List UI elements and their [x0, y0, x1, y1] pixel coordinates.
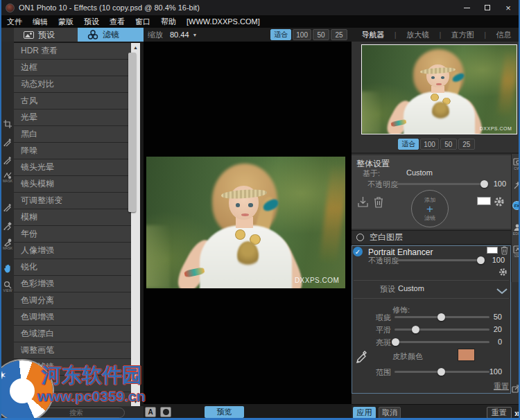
filter-item[interactable]: 模糊: [14, 209, 131, 225]
expand-panel-chevron[interactable]: »: [514, 407, 520, 419]
range-slider[interactable]: [395, 371, 489, 373]
navigator-preview[interactable]: DXXPS.COM: [361, 44, 517, 134]
filter-item[interactable]: [14, 376, 131, 392]
module-resize[interactable]: IZE: [512, 245, 520, 258]
chevron-down-icon[interactable]: ▼: [193, 33, 198, 37]
scroll-down-icon[interactable]: ▼: [131, 397, 140, 406]
minimize-button[interactable]: [456, 0, 477, 15]
maximize-button[interactable]: [477, 0, 498, 15]
hand-tool[interactable]: [1, 261, 14, 276]
right-tab-2[interactable]: 放大镜: [406, 30, 429, 40]
canvas-area[interactable]: DXXPS.COM: [144, 42, 352, 404]
preview-button[interactable]: 预览: [205, 406, 244, 418]
menu-item[interactable]: 预设: [84, 17, 99, 27]
zoom-button-50[interactable]: 50: [440, 139, 457, 150]
adjustment-brush-tool[interactable]: [1, 134, 14, 150]
filter-item[interactable]: 镜头光晕: [14, 159, 131, 175]
right-tab-3[interactable]: 直方图: [451, 30, 474, 40]
layer-mask-thumbnail[interactable]: [487, 247, 498, 254]
menu-item[interactable]: [WWW.DXXPS.COM]: [187, 17, 260, 26]
filter-item[interactable]: 古风: [14, 93, 131, 109]
layer-opacity-slider[interactable]: [395, 259, 483, 261]
zoom-tool[interactable]: VIEW: [1, 279, 14, 294]
chisel-eraser-tool[interactable]: [1, 218, 14, 234]
menu-item[interactable]: 文件: [7, 17, 22, 27]
module-portrait[interactable]: EDIT: [512, 223, 520, 236]
filter-item[interactable]: 图像滤镜: [14, 359, 131, 375]
overall-opacity-slider[interactable]: [393, 183, 487, 185]
smoothing-slider[interactable]: [395, 329, 489, 331]
filter-item[interactable]: 锐化: [14, 259, 131, 275]
module-develop[interactable]: CW: [512, 158, 520, 170]
filter-item[interactable]: 动态对比: [14, 76, 131, 92]
zoom-button-适合[interactable]: 适合: [398, 139, 419, 150]
filter-item[interactable]: [14, 392, 131, 406]
right-tab-4[interactable]: 信息: [496, 30, 512, 40]
empty-layer-row[interactable]: 空白图层: [352, 230, 511, 245]
zoom-value-dropdown[interactable]: 80.44: [170, 30, 189, 39]
right-tab-1[interactable]: 导航器: [361, 30, 384, 40]
masking-brush-tool[interactable]: [1, 152, 14, 168]
scroll-up-icon[interactable]: ▲: [131, 43, 140, 52]
filter-item[interactable]: 降噪: [14, 143, 131, 159]
settings-gear-icon[interactable]: [3, 371, 12, 384]
export-icon[interactable]: [357, 196, 369, 211]
zoom-button-25[interactable]: 25: [458, 139, 475, 150]
zoom-button-100[interactable]: 100: [293, 29, 311, 40]
menu-item[interactable]: 蒙版: [58, 17, 73, 27]
collapse-chevron-icon[interactable]: [496, 285, 508, 297]
eyedropper-icon[interactable]: [356, 350, 367, 367]
sidebar-scrollbar[interactable]: ▲ ▼: [131, 43, 140, 406]
add-filter-button[interactable]: 添加 + 滤镜: [411, 190, 449, 227]
layer-enabled-checkbox[interactable]: ✓: [353, 247, 363, 256]
cancel-button[interactable]: 取消: [379, 407, 401, 419]
preset-value[interactable]: Custom: [398, 284, 424, 292]
filter-item[interactable]: 色调分离: [14, 292, 131, 308]
menu-item[interactable]: 帮助: [161, 17, 176, 27]
filter-item[interactable]: 镜头模糊: [14, 176, 131, 192]
trash-icon[interactable]: [374, 196, 383, 211]
filter-item[interactable]: 调整画笔: [14, 342, 131, 358]
tab-filters[interactable]: 滤镜: [78, 28, 144, 42]
zoom-button-适合[interactable]: 适合: [270, 29, 291, 40]
skin-color-swatch[interactable]: [458, 349, 475, 361]
zoom-button-100[interactable]: 100: [420, 139, 439, 150]
slider-thumb[interactable]: [480, 180, 488, 188]
overall-gear-icon[interactable]: [494, 196, 505, 210]
compare-a-button[interactable]: A: [145, 407, 156, 417]
filter-item[interactable]: 色调增强: [14, 309, 131, 325]
masking-bug-tool[interactable]: MASK: [1, 169, 14, 184]
overall-mask-thumbnail[interactable]: [477, 197, 491, 205]
shine-slider[interactable]: [395, 341, 489, 343]
module-enhance[interactable]: [512, 182, 520, 190]
filter-item[interactable]: 光晕: [14, 110, 131, 125]
filter-item[interactable]: HDR 查看: [14, 43, 131, 59]
zoom-button-50[interactable]: 50: [313, 29, 329, 40]
zoom-button-25[interactable]: 25: [331, 29, 347, 40]
menu-item[interactable]: 编辑: [33, 17, 48, 27]
filter-item[interactable]: 可调整渐变: [14, 193, 131, 209]
menu-item[interactable]: 查看: [110, 17, 125, 27]
layer-gear-icon[interactable]: [499, 267, 508, 279]
menu-item[interactable]: 窗口: [135, 17, 150, 27]
module-effects-active[interactable]: FX: [512, 201, 520, 210]
apply-button[interactable]: 应用: [353, 407, 376, 419]
mask-view-button[interactable]: [160, 407, 171, 417]
filter-item[interactable]: 黑白: [14, 126, 131, 142]
filter-item[interactable]: 色域漂白: [14, 326, 131, 342]
reset-link[interactable]: 重置: [494, 381, 509, 392]
filter-item[interactable]: 人像增强: [14, 243, 131, 259]
search-input[interactable]: [28, 408, 125, 418]
scrollbar-thumb[interactable]: [128, 53, 136, 212]
tab-presets[interactable]: 预设: [14, 28, 78, 42]
crop-tool[interactable]: [1, 116, 14, 132]
filter-item[interactable]: 色彩增强: [14, 276, 131, 292]
blemish-slider[interactable]: [395, 316, 489, 318]
detach-window-icon[interactable]: [512, 383, 520, 396]
blur-mask-tool[interactable]: MASK: [1, 236, 14, 252]
reset-button[interactable]: 重置: [487, 407, 512, 419]
close-button[interactable]: ×: [498, 0, 519, 15]
filter-item[interactable]: 边框: [14, 60, 131, 76]
filter-item[interactable]: 年份: [14, 226, 131, 242]
refine-brush-tool[interactable]: [1, 200, 14, 215]
